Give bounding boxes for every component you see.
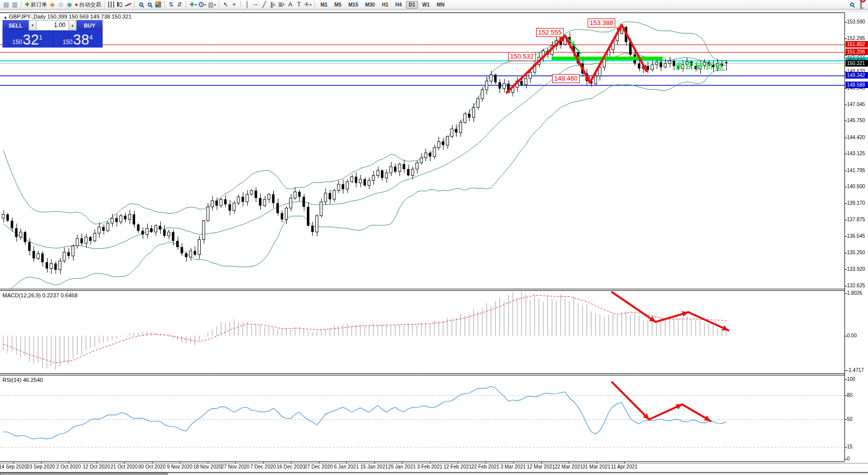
- buy-price-button[interactable]: 150 38 4: [53, 31, 103, 48]
- objects-list-icon[interactable]: ⇵: [175, 1, 184, 9]
- zoom-out-icon[interactable]: −: [145, 1, 154, 9]
- notifications-button[interactable]: 1: [860, 0, 862, 9]
- sell-price-point: 1: [39, 34, 43, 41]
- date-axis-label: 15 Jan 2021: [360, 464, 388, 469]
- volume-decrease-button[interactable]: ▼: [29, 20, 37, 31]
- zoom-in-icon[interactable]: +: [137, 1, 145, 9]
- horizontal-line-icon[interactable]: ─: [251, 1, 260, 9]
- price-level-badge: 151.206: [845, 49, 868, 55]
- date-axis-label: 30 Oct 2020: [138, 464, 165, 469]
- channel-icon[interactable]: ∥E: [268, 1, 277, 9]
- tile-windows-icon[interactable]: [154, 1, 162, 9]
- add-indicator-icon[interactable]: ✚▾: [188, 1, 198, 9]
- volume-input[interactable]: 1.00: [37, 20, 69, 31]
- timeframe-m1[interactable]: M1: [317, 1, 330, 9]
- new-chart-icon[interactable]: ▤: [2, 1, 11, 9]
- price-axis-tick: 141.795: [847, 168, 867, 173]
- rsi-axis-tick: 80: [847, 392, 867, 398]
- arrows-icon[interactable]: ✚▾: [303, 1, 313, 9]
- new-order-icon[interactable]: ✚新订单: [24, 1, 48, 9]
- price-axis-tick: 132.625: [847, 283, 867, 288]
- date-axis-label: 23 Sep 2020: [27, 464, 55, 469]
- date-axis-label: 22 Feb 2021: [471, 464, 499, 469]
- sell-price-pips: 32: [23, 33, 39, 47]
- price-chart-canvas[interactable]: [0, 0, 868, 475]
- autotrade-icon[interactable]: ●自动交易: [74, 1, 102, 9]
- search-icon[interactable]: [850, 3, 854, 7]
- price-annotation-box[interactable]: 148.460: [552, 74, 580, 83]
- timeframe-w1[interactable]: W1: [419, 1, 432, 9]
- toolbar: ▤▥✚新订单◆☺◉●自动交易+−⇅⇵✚▾▾▧▾↖+│─╱∥E≣FAT✚▾ M1M…: [0, 0, 868, 10]
- date-axis-label: 31 Mar 2021: [582, 464, 610, 469]
- date-axis-label: 11 Apr 2021: [611, 464, 637, 469]
- turning-point-note[interactable]: 多空转折点: [675, 61, 725, 72]
- price-axis-tick: 147.045: [847, 102, 867, 107]
- price-level-badge: 151.802: [845, 41, 868, 48]
- mt4-window: ▤▥✚新订单◆☺◉●自动交易+−⇅⇵✚▾▾▧▾↖+│─╱∥E≣FAT✚▾ M1M…: [0, 0, 868, 475]
- buy-price-point: 4: [89, 34, 93, 41]
- date-axis-label: 16 Dec 2020: [277, 464, 305, 469]
- price-axis-tick: 152.295: [847, 36, 867, 41]
- date-axis-label: 18 Nov 2020: [193, 464, 222, 469]
- candle-chart-type-icon[interactable]: [115, 1, 124, 9]
- sell-price-button[interactable]: 150 32 1: [3, 31, 53, 48]
- sell-button[interactable]: SELL: [3, 20, 29, 31]
- price-annotation-box[interactable]: 153.388: [588, 19, 615, 28]
- price-annotation-box[interactable]: 150.532: [508, 52, 536, 61]
- templates-icon[interactable]: ▧▾: [207, 1, 217, 9]
- rsi-axis-tick: 0: [847, 456, 867, 461]
- date-axis-label: 12 Oct 2020: [83, 464, 110, 469]
- macd-label: MACD(12,26,9) 0.2237 0.6458: [3, 292, 78, 298]
- macd-axis-tick: 1.8026: [847, 290, 867, 296]
- timeframe-mn[interactable]: MN: [433, 1, 448, 9]
- trendline-icon[interactable]: ╱: [260, 1, 268, 9]
- price-level-badge: 149.342: [845, 72, 868, 79]
- timeframe-h4[interactable]: H4: [392, 1, 405, 9]
- chart-styles-icon[interactable]: ◆: [48, 1, 57, 9]
- date-axis-label: 21 Oct 2020: [111, 464, 138, 469]
- crosshair-icon[interactable]: +: [230, 1, 238, 9]
- cursor-icon[interactable]: ↖: [221, 1, 230, 9]
- rsi-axis-tick: 100: [847, 376, 867, 382]
- line-chart-type-icon[interactable]: [124, 1, 132, 9]
- date-axis-label: 7 Dec 2020: [250, 464, 276, 469]
- vertical-line-icon[interactable]: │: [243, 1, 251, 9]
- date-axis-label: 12 Mar 2021: [527, 464, 555, 469]
- price-axis-tick: 140.500: [847, 184, 867, 189]
- scrollbar-thumb[interactable]: [0, 473, 168, 475]
- buy-button[interactable]: BUY: [77, 20, 103, 31]
- price-level-badge: 148.588: [845, 82, 868, 88]
- rsi-axis-tick: 50: [847, 416, 867, 422]
- price-axis-tick: 136.545: [847, 233, 867, 239]
- date-axis-label: 25 Jan 2021: [388, 464, 415, 469]
- price-axis-tick: 137.875: [847, 217, 867, 222]
- date-axis-label: 27 Dec 2020: [304, 464, 333, 469]
- community-icon[interactable]: ☺: [57, 1, 65, 9]
- timeframe-h1[interactable]: H1: [379, 1, 391, 9]
- date-axis-label: 14 Sep 2020: [0, 464, 27, 469]
- horizontal-scrollbar[interactable]: [0, 472, 868, 475]
- text-icon[interactable]: A: [286, 1, 295, 9]
- indicators-window-icon[interactable]: ⇅: [167, 1, 175, 9]
- collapse-icon[interactable]: ▲: [4, 15, 8, 20]
- fibonacci-icon[interactable]: ≣F: [277, 1, 286, 9]
- date-axis-label: 2 Oct 2020: [57, 464, 81, 469]
- chart-profile-icon[interactable]: ▥: [11, 1, 19, 9]
- periods-clock-icon[interactable]: ▾: [198, 1, 207, 9]
- price-level-badge: 150.321: [845, 60, 868, 67]
- timeframe-m30[interactable]: M30: [362, 1, 377, 9]
- timeframe-d1[interactable]: D1: [406, 1, 418, 9]
- price-annotation-box[interactable]: 152.555: [536, 28, 564, 37]
- signals-icon[interactable]: ◉: [65, 1, 74, 9]
- timeframe-m15[interactable]: M15: [345, 1, 361, 9]
- text-label-icon[interactable]: T: [295, 1, 303, 9]
- price-axis-tick: 139.170: [847, 200, 867, 206]
- timeframe-m5[interactable]: M5: [331, 1, 344, 9]
- date-axis-label: 22 Mar 2021: [555, 464, 583, 469]
- one-click-trading-panel: SELL ▼ 1.00 ▲ BUY 150 32 1 150 38 4: [3, 20, 103, 48]
- volume-increase-button[interactable]: ▲: [69, 20, 77, 31]
- price-axis-tick: 143.125: [847, 151, 867, 156]
- bar-chart-type-icon[interactable]: [107, 1, 115, 9]
- price-axis-tick: 133.920: [847, 266, 867, 272]
- buy-price-handle: 150: [63, 39, 73, 46]
